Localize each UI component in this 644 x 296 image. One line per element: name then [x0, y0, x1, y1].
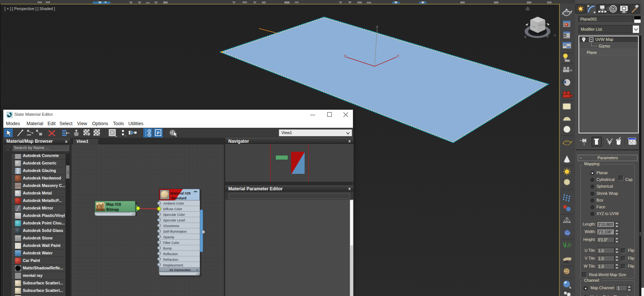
svg-text:Ambient Color: Ambient Color: [163, 202, 184, 205]
svg-text:Diffuse Color: Diffuse Color: [163, 207, 182, 211]
svg-text:S: S: [524, 35, 526, 39]
svg-text:Filter Color: Filter Color: [163, 241, 179, 245]
svg-text:Specular Level: Specular Level: [163, 218, 185, 222]
svg-text:Map #16: Map #16: [106, 202, 121, 206]
svg-text:Glossiness: Glossiness: [163, 224, 180, 228]
svg-text:x: x: [397, 53, 399, 58]
svg-text:Refraction: Refraction: [163, 258, 178, 262]
svg-text:+: +: [196, 268, 198, 272]
svg-text:Standard: Standard: [171, 196, 186, 200]
svg-text:Reflection: Reflection: [163, 252, 178, 256]
svg-text:Self-Illumination: Self-Illumination: [163, 230, 187, 233]
svg-text:mr Connection: mr Connection: [170, 268, 191, 272]
svg-text:P: P: [157, 131, 159, 135]
svg-text:z: z: [376, 24, 378, 29]
svg-text:Opacity: Opacity: [163, 235, 174, 239]
svg-text:Specular Color: Specular Color: [163, 213, 185, 217]
svg-text:HF: HF: [564, 260, 568, 264]
svg-text:y: y: [344, 53, 347, 58]
svg-text:0x: 0x: [564, 271, 567, 275]
svg-text:S: S: [546, 35, 548, 38]
svg-text:Bitmap: Bitmap: [106, 208, 119, 212]
svg-text:Bump: Bump: [163, 247, 172, 250]
svg-text:Displacement: Displacement: [163, 263, 183, 267]
svg-text:Material #25: Material #25: [170, 191, 191, 195]
